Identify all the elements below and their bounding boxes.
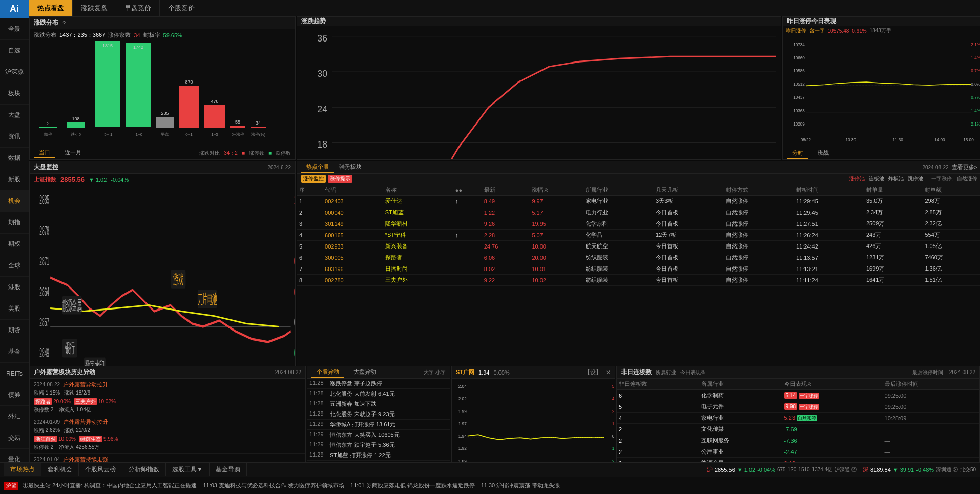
sidebar-item-meigu[interactable]: 美股 [0,298,29,320]
svg-text:-1~0: -1~0 [134,132,143,137]
table-row[interactable]: 3301149隆华新材9.2619.95化学原料今日首板自然涨停11:27:51… [297,218,980,230]
tab-strong-sector[interactable]: 强势板块 [334,162,367,173]
sidebar-item-jiaoyi[interactable]: 交易 [0,427,29,449]
svg-text:10363: 10363 [793,109,805,113]
svg-text:游戏: 游戏 [173,272,183,286]
col-indicator: ●● [453,184,482,196]
right-info-title: 非日连板数 [621,368,652,377]
zhang-die-stats: 涨跌分布 1437：235：3667 涨停家数 34 封板率 59.65% [30,29,295,41]
table-row[interactable]: 4600165*ST宁科↑2.285.07化学品12天7板自然涨停11:26:2… [297,230,980,241]
tab-morning[interactable]: 早盘竞价 [116,0,160,16]
svg-text:15:00: 15:00 [963,138,974,142]
sidebar-item-qizhi[interactable]: 期指 [0,212,29,234]
sidebar-item-zixun[interactable]: 资讯 [0,126,29,148]
table-row[interactable]: 2 公用事业 -2.47 — [617,446,979,458]
col-name: 名称 [383,184,453,196]
table-row[interactable]: 6300005探路者6.0620.00纺织服装今日首板自然涨停11:13:571… [297,252,980,263]
table-row[interactable]: 4 家电行业 5.23 自然涨停 10:28:09 [617,413,979,424]
hu-tong: 沪深通 ② [835,466,857,474]
table-row[interactable]: 7603196日播时尚8.0210.01纺织服装今日首板自然涨停11:13:21… [297,263,980,275]
table-row[interactable]: 8002780三夫户外9.2210.02纺织服装今日首板自然涨停11:11:24… [297,275,980,286]
table-row[interactable]: 6 化学制药 5.14 一字涨停 09:25:00 [617,390,979,401]
zhang-trend-panel: 涨跌趋势 36 30 24 18 12 6 0 [297,16,781,160]
svg-text:1.94: 1.94 [458,434,467,439]
shanghai-pct: -0.04% [757,467,775,473]
pool-lian[interactable]: 连板池 [869,175,884,182]
svg-text:能源金属: 能源金属 [62,298,82,313]
sidebar-item-zixuan[interactable]: 自选 [0,40,29,61]
bar-chart-container: 2 跌停 108 跌<-5 1815 -5~-1 1742 -1~0 235 平… [30,41,295,147]
table-row[interactable]: 1002403爱仕达↑8.499.97家电行业3天3板自然涨停11:29:453… [297,196,980,207]
sidebar-item-jijin[interactable]: 基金 [0,341,29,363]
sidebar-item-quanjing[interactable]: 全景 [0,18,29,40]
subtab-month[interactable]: 近一月 [59,148,87,158]
st-stock-name[interactable]: ST广网 [456,368,474,376]
table-row[interactable]: 2 互联网服务 -7.36 — [617,435,979,446]
bottom-tab-市场热点[interactable]: 市场热点 [4,463,41,476]
tab-review[interactable]: 涨跌复盘 [73,0,116,16]
table-row[interactable]: 5 电子元件 9.98 一字涨停 09:25:00 [617,401,979,413]
bottom-tab-选股工具▼[interactable]: 选股工具▼ [166,463,210,476]
tab-stock-price[interactable]: 个股竞价 [160,0,203,16]
news-font-size[interactable]: 大字 小字 [424,369,446,376]
sidebar-item-quanqiu[interactable]: 全球 [0,255,29,277]
bottom-tab-分析师指数[interactable]: 分析师指数 [122,463,166,476]
svg-rect-12 [156,117,174,128]
svg-text:08/22: 08/22 [801,138,811,142]
tab-hot-stocks[interactable]: 热点个股 [301,162,334,173]
sidebar-item-bankuai[interactable]: 板块 [0,83,29,105]
st-close-btn[interactable]: ✕ [606,369,611,376]
svg-text:1.97: 1.97 [458,421,467,426]
table-row[interactable]: 2 文化传媒 -7.69 — [617,424,979,435]
sidebar-item-hushenl[interactable]: 沪深凉 [0,61,29,83]
svg-rect-24 [251,127,266,128]
hot-stocks-filters: 涨停监控 涨停提示 涨停池 连板池 炸板池 跳停池 一字涨停、自然涨停 [297,174,980,184]
sidebar-item-waihui[interactable]: 外汇 [0,406,29,427]
sidebar-item-dapan[interactable]: 大盘 [0,105,29,126]
sidebar-item-jihui[interactable]: 机会 [0,191,29,212]
bottom-tab-个股风云榜[interactable]: 个股风云榜 [79,463,122,476]
right-info-header: 非日连板数 所属行业 今日表现% 最后涨停时间 2024-08-22 [617,366,979,379]
market-monitor-title: 大盘监控 [34,163,58,172]
news-tab-individual[interactable]: 个股异动 [311,367,344,378]
sidebar-item-xingu[interactable]: 新股 [0,169,29,191]
news-item: 11:29ST旭蓝 打开涨停 1.22元 [307,450,450,461]
sidebar-item-shuju[interactable]: 数据 [0,148,29,169]
sidebar-item-reits[interactable]: REITs [0,363,29,384]
sidebar-item-qiquan[interactable]: 期权 [0,234,29,255]
zhang-die-help[interactable]: ? [62,20,66,26]
pool-zha[interactable]: 炸板池 [888,175,904,182]
svg-rect-18 [204,105,225,128]
svg-text:-5~-1: -5~-1 [103,132,113,137]
bottom-tab-基金导购[interactable]: 基金导购 [210,463,247,476]
svg-text:跌停: 跌停 [44,132,52,137]
st-settings-btn[interactable]: 【设】 [585,368,601,376]
table-row[interactable]: 5002933新兴装备24.7610.00航天航空今日首板自然涨停11:24:4… [297,241,980,252]
filter-zhang-ting-tishi[interactable]: 涨停提示 [328,175,352,183]
col-seq: 序 [297,184,323,196]
subtab-today[interactable]: 当日 [34,148,55,158]
svg-text:0.5%: 0.5% [294,254,295,268]
sidebar-item-qihuo[interactable]: 期货 [0,320,29,341]
news-tab-market[interactable]: 大盘异动 [348,367,381,378]
subtab-banzhan[interactable]: 班战 [812,148,834,159]
col-stop-amount: 封单额 [923,184,980,196]
pool-tiao[interactable]: 跳停池 [908,175,923,182]
zhang-die-title: 涨跌分布 [34,18,58,27]
svg-text:跌<-5: 跌<-5 [71,132,81,137]
dropdown-label[interactable]: 一字涨停、自然涨停 [931,175,977,182]
zhang-die-footer: 当日 近一月 涨跌对比 34：2 ■涨停数 ■跌停数 [30,147,295,159]
tab-hotspot[interactable]: 热点看盘 [29,0,73,16]
svg-text:235: 235 [161,111,169,116]
svg-text:10289: 10289 [793,122,805,127]
pool-zhang[interactable]: 涨停池 [849,175,865,182]
bottom-tab-套利机会[interactable]: 套利机会 [41,463,79,476]
view-more-link[interactable]: 查看更多> [952,163,977,171]
bottom-right-controls: 沪 2855.56 ▼ 1.02 -0.04% 675 120 1510 137… [707,466,976,474]
filter-zhang-ting[interactable]: 涨停监控 [301,175,326,183]
sidebar-item-ganggu[interactable]: 港股 [0,277,29,298]
hot-stocks-table: 序 代码 名称 ●● 最新 涨幅% 所属行业 几天几板 封停方式 封板时间 封单… [297,184,980,286]
table-row[interactable]: 2000040ST旭蓝1.225.17电力行业今日首板自然涨停11:29:452… [297,207,980,218]
sidebar-item-zhaiquan[interactable]: 债券 [0,384,29,406]
subtab-fenshi[interactable]: 分时 [787,148,808,159]
